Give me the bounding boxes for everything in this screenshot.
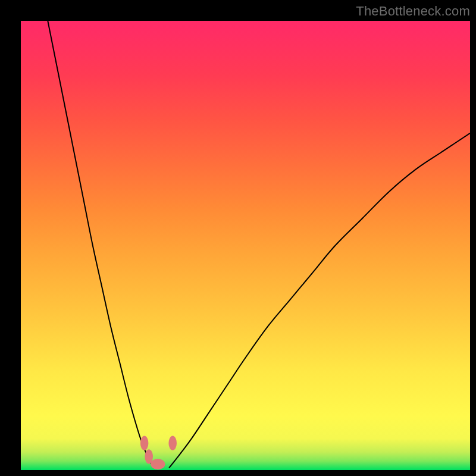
data-marker xyxy=(140,436,149,450)
curves-svg xyxy=(21,21,470,470)
curve-left-branch xyxy=(48,21,155,468)
watermark-text: TheBottleneck.com xyxy=(356,4,470,19)
curve-right-branch xyxy=(169,133,470,468)
plot-area xyxy=(21,21,470,470)
data-marker xyxy=(151,459,165,469)
data-marker xyxy=(168,436,177,450)
chart-frame: TheBottleneck.com xyxy=(0,0,476,476)
